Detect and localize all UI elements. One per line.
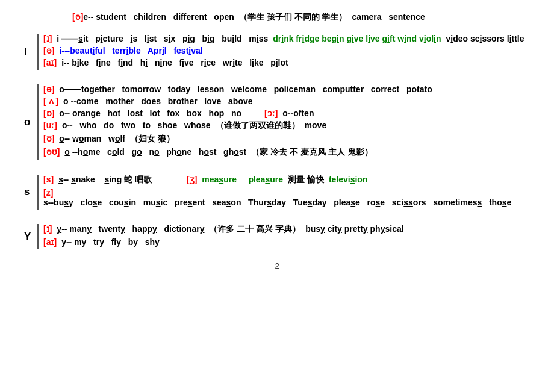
- ph-I-1: [ɪ]: [43, 34, 52, 43]
- o-4-black: o-- who do two to shoe whose: [62, 120, 211, 130]
- top-words: e-- student children different open: [83, 12, 234, 22]
- ph-o-3: [ɒ]: [43, 108, 54, 118]
- I-1-black: i ——sit picture is list six pig big buil…: [57, 34, 268, 43]
- o-row-3: [ɒ] o-- orange hot lost lot fox box hop …: [43, 108, 437, 118]
- o-brace: [ə] o——together tomorrow today lesson we…: [37, 84, 437, 160]
- I-row-3: [aɪ] i-- bike fine find hi nine five ric…: [43, 58, 529, 67]
- ph-o-5: [ʊ]: [43, 134, 54, 143]
- o-2-black: o --come mother does brother love above: [63, 96, 252, 106]
- top-chinese: （学生 孩子们 不同的 学生）: [239, 12, 347, 23]
- page-content: [ə] e-- student children different open …: [24, 12, 530, 270]
- o-row-5: [ʊ] o-- woman wolf （妇女 狼）: [43, 134, 437, 145]
- o-5-black: o-- woman wolf: [59, 134, 125, 143]
- o-6-black: o --home cold go no phone host ghost: [64, 147, 246, 157]
- I-3-black: i-- bike fine find hi nine five rice wri…: [61, 58, 288, 67]
- ph-Y-2: [aɪ]: [43, 237, 57, 247]
- s-row-1: [s] s-- snake sing 蛇 唱歌 [ʒ] measure plea…: [43, 175, 530, 185]
- ph-I-2: [ə]: [43, 46, 54, 55]
- s-brace: [s] s-- snake sing 蛇 唱歌 [ʒ] measure plea…: [37, 175, 530, 210]
- ph-s-1: [s]: [43, 175, 54, 184]
- o-row-6: [əʊ] o --home cold go no phone host ghos…: [43, 147, 437, 158]
- page-number: 2: [24, 261, 530, 270]
- top-row: [ə] e-- student children different open …: [24, 12, 530, 23]
- ph-s-1b: [ʒ]: [187, 175, 197, 184]
- ph-I-3: [aɪ]: [43, 58, 57, 67]
- I-brace: [ɪ] i ——sit picture is list six pig big …: [37, 34, 529, 70]
- section-Y: Y [ɪ] y-- many twenty happy dictionary （…: [24, 224, 530, 249]
- ph-o-4: [uː]: [43, 120, 57, 130]
- o-row-2: [ ʌ ] o --come mother does brother love …: [43, 96, 437, 106]
- top-words2: camera sentence: [352, 12, 425, 22]
- I-row-1: [ɪ] i ——sit picture is list six pig big …: [43, 34, 529, 43]
- I-2-blue: i---beautiful terrible April festival: [59, 46, 202, 55]
- o-3-black: o-- orange hot lost lot fox box hop no: [59, 108, 241, 118]
- top-phonetic: [ə]: [72, 12, 83, 22]
- o-4-chinese: （谁做了两双谁的鞋）: [216, 120, 300, 131]
- ph-Y-1: [ɪ]: [43, 224, 52, 234]
- ph-o-3b: [ɔː]: [264, 108, 278, 118]
- ph-o-1: [ə]: [43, 84, 54, 94]
- Y-row-2: [aɪ] y-- my try fly by shy: [43, 237, 409, 247]
- section-s: s [s] s-- snake sing 蛇 唱歌 [ʒ] measure pl…: [24, 175, 530, 210]
- o-row-1: [ə] o——together tomorrow today lesson we…: [43, 84, 437, 94]
- o-5-chinese: （妇女 狼）: [130, 134, 175, 145]
- Y-1-black: y-- many twenty happy dictionary: [57, 224, 204, 234]
- label-o: o: [24, 84, 37, 160]
- ph-o-6: [əʊ]: [43, 147, 60, 157]
- s-row-2: [z] s--busy close cousin music present s…: [43, 188, 530, 207]
- ph-s-2: [z]: [43, 188, 53, 198]
- I-1-black2: video scissors little: [446, 34, 524, 43]
- section-I: I [ɪ] i ——sit picture is list six pig bi…: [24, 34, 530, 70]
- s-2-black: s--busy close cousin music present seaso…: [43, 198, 511, 207]
- s-1-chinese: 测量 愉快: [288, 175, 324, 185]
- label-s: s: [24, 175, 37, 210]
- label-I: I: [24, 34, 37, 70]
- o-4-black2: move: [305, 120, 327, 130]
- Y-2-black: y-- my try fly by shy: [61, 237, 160, 247]
- I-1-green: drink fridge begin give live gift wind v…: [273, 34, 441, 43]
- o-3-black2: o--often: [282, 108, 314, 118]
- o-1-black: o——together tomorrow today lesson welcom…: [59, 84, 432, 94]
- label-Y: Y: [24, 224, 37, 249]
- s-1-black: s-- snake sing 蛇 唱歌: [58, 175, 152, 185]
- I-row-2: [ə] i---beautiful terrible April festiva…: [43, 46, 529, 55]
- Y-1-black2: busy city pretty physical: [305, 224, 403, 234]
- s-1-green2: television: [329, 175, 368, 184]
- o-6-chinese: （家 冷去 不 麦克风 主人 鬼影）: [251, 147, 372, 158]
- Y-row-1: [ɪ] y-- many twenty happy dictionary （许多…: [43, 224, 409, 235]
- s-1-green: measure pleasure: [202, 175, 283, 184]
- o-row-4: [uː] o-- who do two to shoe whose （谁做了两双…: [43, 120, 437, 131]
- Y-1-chinese: （许多 二十 高兴 字典）: [209, 224, 300, 235]
- Y-brace: [ɪ] y-- many twenty happy dictionary （许多…: [37, 224, 409, 249]
- section-o: o [ə] o——together tomorrow today lesson …: [24, 84, 530, 160]
- ph-o-2: [ ʌ ]: [43, 96, 58, 106]
